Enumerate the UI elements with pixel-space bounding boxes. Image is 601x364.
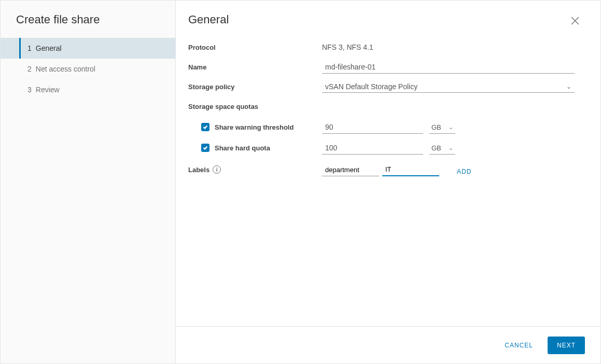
step-net-access-control[interactable]: 2Net access control <box>1 59 175 79</box>
protocol-value: NFS 3, NFS 4.1 <box>322 43 575 51</box>
hard-quota-label: Share hard quota <box>215 144 270 152</box>
step-num: 2 <box>27 65 32 73</box>
step-review[interactable]: 3Review <box>1 79 175 100</box>
step-general[interactable]: 1General <box>1 38 175 59</box>
label-value-input[interactable] <box>382 163 439 176</box>
cancel-button[interactable]: CANCEL <box>499 338 538 353</box>
storage-policy-value: vSAN Default Storage Policy <box>325 82 417 91</box>
next-button[interactable]: NEXT <box>548 337 585 354</box>
sidebar-title: Create file share <box>1 13 175 38</box>
close-icon <box>570 19 580 27</box>
protocol-label: Protocol <box>188 44 322 51</box>
create-file-share-dialog: Create file share 1General 2Net access c… <box>0 0 601 364</box>
name-label: Name <box>188 63 322 71</box>
chevron-down-icon: ⌄ <box>449 145 453 151</box>
page-title: General <box>188 13 575 26</box>
step-num: 3 <box>27 86 32 94</box>
name-input[interactable] <box>322 61 575 74</box>
wizard-sidebar: Create file share 1General 2Net access c… <box>1 1 176 363</box>
step-label: General <box>36 44 62 52</box>
add-label-button[interactable]: ADD <box>457 168 471 176</box>
check-icon <box>203 123 208 131</box>
unit-value: GB <box>431 144 441 152</box>
storage-policy-label: Storage policy <box>188 83 322 91</box>
warning-threshold-input[interactable] <box>322 121 423 134</box>
labels-label: Labels <box>188 166 209 174</box>
storage-quota-header: Storage space quotas <box>188 103 258 110</box>
hard-quota-input[interactable] <box>322 142 423 155</box>
hard-quota-unit-select[interactable]: GB ⌄ <box>429 142 455 155</box>
unit-value: GB <box>431 123 441 131</box>
storage-policy-select[interactable]: vSAN Default Storage Policy ⌄ <box>322 81 575 93</box>
chevron-down-icon: ⌄ <box>566 83 571 90</box>
main-panel: General Protocol NFS 3, NFS 4.1 Name Sto… <box>176 1 600 363</box>
hard-quota-checkbox[interactable] <box>201 144 209 152</box>
info-icon[interactable]: i <box>213 165 221 174</box>
dialog-footer: CANCEL NEXT <box>176 326 600 363</box>
warning-threshold-label: Share warning threshold <box>215 123 293 131</box>
step-label: Review <box>36 86 60 94</box>
check-icon <box>203 144 208 152</box>
chevron-down-icon: ⌄ <box>449 124 453 131</box>
label-key-input[interactable] <box>322 164 379 176</box>
close-button[interactable] <box>570 16 580 27</box>
step-num: 1 <box>27 44 32 52</box>
warning-threshold-checkbox[interactable] <box>201 123 209 131</box>
step-label: Net access control <box>36 65 95 73</box>
warning-threshold-unit-select[interactable]: GB ⌄ <box>429 121 455 134</box>
